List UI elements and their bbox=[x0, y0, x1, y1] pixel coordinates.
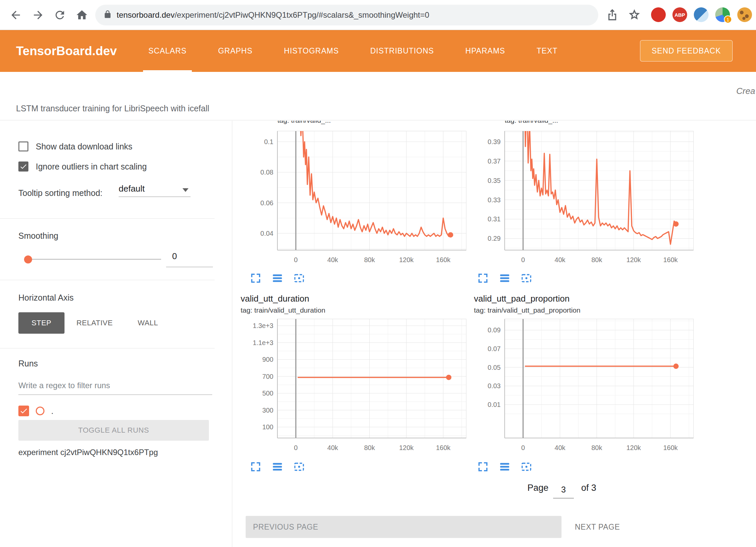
axis-step-button[interactable]: STEP bbox=[18, 312, 65, 334]
url-text: tensorboard.dev/experiment/cj2vtPiwQHKN9… bbox=[117, 10, 429, 20]
bookmark-star-icon[interactable] bbox=[628, 8, 641, 21]
tab-distributions[interactable]: DISTRIBUTIONS bbox=[365, 30, 439, 72]
lines-icon[interactable] bbox=[498, 460, 511, 473]
tab-histograms[interactable]: HISTOGRAMS bbox=[279, 30, 344, 72]
svg-text:160k: 160k bbox=[663, 444, 678, 451]
settings-sidebar: Show data download links Ignore outliers… bbox=[0, 121, 232, 547]
pagination: Page 3 of 3 bbox=[527, 481, 596, 499]
horizontal-axis-label: Horizontal Axis bbox=[18, 293, 74, 303]
home-icon[interactable] bbox=[76, 9, 88, 21]
fit-domain-icon[interactable] bbox=[520, 271, 533, 285]
runs-filter-input[interactable] bbox=[18, 376, 212, 395]
chart-tag-valid-utt-pad-proportion: tag: train/valid_utt_pad_proportion bbox=[474, 306, 581, 314]
chart-top-right-toolbar bbox=[476, 271, 533, 285]
svg-text:160k: 160k bbox=[436, 444, 451, 451]
divider bbox=[0, 280, 215, 280]
send-feedback-button[interactable]: SEND FEEDBACK bbox=[640, 40, 733, 62]
page-number-input[interactable]: 3 bbox=[553, 481, 574, 499]
svg-text:900: 900 bbox=[262, 356, 273, 363]
previous-page-button[interactable]: PREVIOUS PAGE bbox=[246, 516, 561, 538]
chart-bottom-right-plot[interactable]: 0.010.030.050.070.09040k80k120k160k bbox=[478, 317, 699, 459]
extension-blue-icon[interactable] bbox=[694, 7, 709, 22]
chart-bottom-left-plot[interactable]: 1003005007009001.1e+31.3e+3040k80k120k16… bbox=[251, 317, 471, 459]
subheader: Crea LSTM transducer training for LibriS… bbox=[0, 72, 756, 120]
tab-scalars[interactable]: SCALARS bbox=[143, 30, 192, 72]
svg-text:700: 700 bbox=[262, 373, 273, 380]
svg-text:120k: 120k bbox=[399, 256, 414, 263]
cookie-icon[interactable] bbox=[737, 7, 752, 22]
svg-text:0: 0 bbox=[294, 444, 298, 451]
svg-text:40k: 40k bbox=[554, 256, 565, 263]
axis-wall-button[interactable]: WALL bbox=[132, 312, 164, 334]
reload-icon[interactable] bbox=[53, 9, 66, 21]
tooltip-sort-value: default bbox=[119, 184, 145, 194]
svg-text:0.07: 0.07 bbox=[488, 345, 501, 352]
svg-text:0: 0 bbox=[294, 256, 298, 263]
profile-badge: 1 bbox=[724, 15, 732, 23]
chart-top-left-toolbar bbox=[249, 271, 306, 285]
axis-relative-button[interactable]: RELATIVE bbox=[71, 312, 118, 334]
expand-icon[interactable] bbox=[476, 271, 490, 285]
run-row[interactable]: . bbox=[18, 406, 53, 416]
forward-icon[interactable] bbox=[32, 9, 44, 21]
svg-text:0.05: 0.05 bbox=[488, 364, 501, 371]
svg-text:0: 0 bbox=[521, 256, 525, 263]
tab-text[interactable]: TEXT bbox=[531, 30, 563, 72]
svg-text:0.1: 0.1 bbox=[264, 138, 273, 145]
cropped-tag-text: tag: train/valid_... bbox=[277, 121, 331, 124]
tooltip-sort-dropdown[interactable]: default bbox=[119, 184, 191, 197]
url-bar[interactable]: tensorboard.dev/experiment/cj2vtPiwQHKN9… bbox=[95, 5, 598, 25]
tab-graphs[interactable]: GRAPHS bbox=[213, 30, 258, 72]
expand-icon[interactable] bbox=[249, 460, 262, 473]
expand-icon[interactable] bbox=[476, 460, 490, 473]
svg-text:40k: 40k bbox=[327, 444, 338, 451]
run-checkbox-checked-icon[interactable] bbox=[18, 406, 29, 416]
lines-icon[interactable] bbox=[271, 460, 284, 473]
svg-text:0.09: 0.09 bbox=[488, 326, 501, 334]
clipped-created-text: Crea bbox=[736, 86, 756, 96]
ignore-outliers-checkbox-row[interactable]: Ignore outliers in chart scaling bbox=[18, 161, 147, 172]
checkbox-unchecked-icon[interactable] bbox=[18, 141, 28, 151]
run-color-circle-icon[interactable] bbox=[36, 407, 44, 415]
next-page-button[interactable]: NEXT PAGE bbox=[570, 516, 625, 538]
fit-domain-icon[interactable] bbox=[292, 460, 306, 473]
smoothing-slider-track[interactable] bbox=[27, 259, 161, 260]
chart-bottom-left-toolbar bbox=[249, 460, 306, 473]
experiment-id-label: experiment cj2vtPiwQHKN9Q1tx6PTpg bbox=[18, 448, 158, 457]
svg-text:40k: 40k bbox=[327, 256, 338, 263]
smoothing-slider-thumb[interactable] bbox=[24, 255, 32, 263]
cropped-tag-text: tag: train/valid_... bbox=[505, 121, 558, 124]
chart-top-left-plot[interactable]: 0.040.060.080.1040k80k120k160k bbox=[251, 129, 471, 271]
lines-icon[interactable] bbox=[271, 271, 284, 285]
checkbox-checked-icon[interactable] bbox=[18, 161, 28, 172]
page-of-label: of 3 bbox=[581, 481, 596, 493]
fit-domain-icon[interactable] bbox=[520, 460, 533, 473]
svg-text:0.04: 0.04 bbox=[260, 230, 273, 237]
lines-icon[interactable] bbox=[498, 271, 511, 285]
extension-adblock-icon[interactable] bbox=[651, 7, 666, 22]
browser-chrome: tensorboard.dev/experiment/cj2vtPiwQHKN9… bbox=[0, 0, 756, 30]
chevron-down-icon bbox=[182, 188, 188, 192]
tooltip-sort-label: Tooltip sorting method: bbox=[18, 188, 103, 198]
toggle-all-runs-button[interactable]: TOGGLE ALL RUNS bbox=[18, 420, 209, 441]
chart-title-valid-utt-pad-proportion: valid_utt_pad_proportion bbox=[474, 294, 570, 304]
run-name-label: . bbox=[51, 406, 53, 416]
profile-avatar-icon[interactable]: 1 bbox=[715, 7, 730, 22]
show-download-links-checkbox-row[interactable]: Show data download links bbox=[18, 141, 132, 151]
show-download-links-label: Show data download links bbox=[36, 142, 132, 151]
extension-abp-icon[interactable]: ABP bbox=[672, 7, 687, 22]
svg-text:40k: 40k bbox=[554, 444, 565, 451]
svg-text:120k: 120k bbox=[626, 256, 641, 263]
share-icon[interactable] bbox=[606, 8, 619, 21]
smoothing-value-input[interactable]: 0 bbox=[166, 248, 213, 267]
svg-text:0.01: 0.01 bbox=[488, 401, 501, 408]
cropped-tag-top-left: tag: train/valid_... bbox=[277, 121, 418, 126]
fit-domain-icon[interactable] bbox=[292, 271, 306, 285]
experiment-title: LSTM transducer training for LibriSpeech… bbox=[16, 104, 209, 113]
expand-icon[interactable] bbox=[249, 271, 262, 285]
chart-top-right-plot[interactable]: 0.290.310.330.350.370.39040k80k120k160k bbox=[478, 129, 699, 271]
chart-title-valid-utt-duration: valid_utt_duration bbox=[241, 294, 309, 304]
back-icon[interactable] bbox=[9, 9, 22, 21]
chart-tag-valid-utt-duration: tag: train/valid_utt_duration bbox=[241, 306, 325, 314]
tab-hparams[interactable]: HPARAMS bbox=[460, 30, 510, 72]
